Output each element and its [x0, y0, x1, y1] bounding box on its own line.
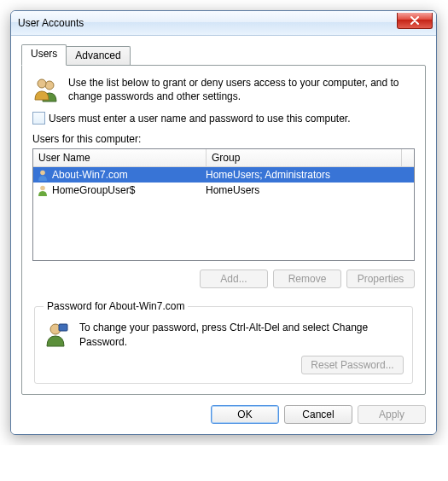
column-group[interactable]: Group: [207, 149, 402, 166]
close-icon: [410, 16, 420, 25]
tab-users[interactable]: Users: [21, 44, 67, 66]
properties-button[interactable]: Properties: [346, 269, 415, 288]
window-title: User Accounts: [18, 17, 397, 29]
user-buttons-row: Add... Remove Properties: [32, 269, 415, 288]
user-icon: [37, 184, 49, 196]
password-text: To change your password, press Ctrl-Alt-…: [79, 321, 404, 348]
tab-panel-users: Use the list below to grant or deny user…: [21, 65, 426, 395]
cell-group: HomeUsers: [202, 184, 414, 196]
password-group: Password for About-Win7.com To change yo…: [34, 300, 413, 383]
column-spacer: [402, 149, 414, 166]
password-user-icon: [44, 321, 71, 348]
dialog-client: Users Advanced Use the list below to gra…: [11, 36, 436, 434]
tabstrip: Users Advanced: [21, 44, 426, 65]
users-icon: [32, 76, 60, 103]
user-icon: [37, 169, 49, 181]
tab-advanced[interactable]: Advanced: [66, 46, 130, 65]
intro-text: Use the list below to grant or deny user…: [68, 76, 415, 103]
cell-group: HomeUsers; Administrators: [202, 169, 414, 181]
list-row[interactable]: About-Win7.com HomeUsers; Administrators: [33, 167, 414, 183]
reset-password-button[interactable]: Reset Password...: [301, 356, 404, 374]
ok-button[interactable]: OK: [211, 405, 279, 424]
svg-point-1: [38, 79, 46, 88]
list-body: About-Win7.com HomeUsers; Administrators…: [33, 167, 414, 198]
list-row[interactable]: HomeGroupUser$ HomeUsers: [33, 183, 414, 198]
users-list-label: Users for this computer:: [32, 133, 415, 145]
users-list[interactable]: User Name Group About-Win7.com HomeUsers…: [32, 148, 415, 261]
close-button[interactable]: [397, 13, 433, 29]
list-header: User Name Group: [33, 149, 414, 167]
cell-username: HomeGroupUser$: [52, 184, 135, 196]
cell-username: About-Win7.com: [52, 169, 128, 181]
column-username[interactable]: User Name: [33, 149, 207, 166]
dialog-window: User Accounts Users Advanced: [10, 10, 437, 435]
checkbox-icon[interactable]: [32, 112, 45, 125]
svg-point-0: [45, 81, 54, 90]
svg-point-3: [40, 186, 45, 191]
require-password-checkbox-row[interactable]: Users must enter a user name and passwor…: [32, 112, 415, 125]
add-button[interactable]: Add...: [200, 269, 268, 288]
intro-row: Use the list below to grant or deny user…: [32, 76, 415, 103]
svg-rect-5: [59, 324, 67, 331]
titlebar: User Accounts: [11, 11, 436, 36]
cancel-button[interactable]: Cancel: [284, 405, 352, 424]
remove-button[interactable]: Remove: [273, 269, 341, 288]
svg-point-2: [40, 171, 45, 176]
checkbox-label: Users must enter a user name and passwor…: [49, 113, 351, 125]
apply-button[interactable]: Apply: [358, 405, 426, 424]
dialog-buttons: OK Cancel Apply: [21, 405, 426, 424]
password-group-title: Password for About-Win7.com: [44, 300, 188, 312]
